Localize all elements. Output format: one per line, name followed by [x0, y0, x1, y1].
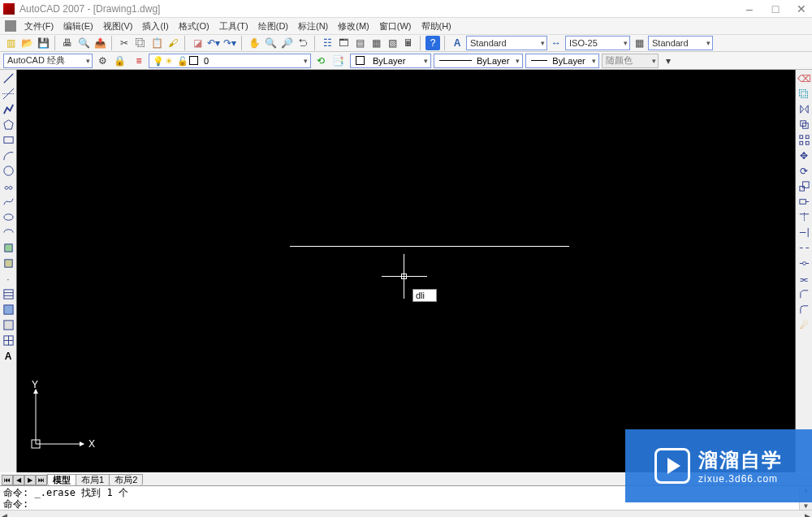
line-icon[interactable] — [2, 71, 15, 85]
scroll-left-icon[interactable]: ◀ — [2, 512, 7, 518]
tab-first-icon[interactable]: ⏮ — [2, 475, 13, 485]
break-icon[interactable] — [797, 241, 811, 255]
menu-dim[interactable]: 标注(N) — [293, 19, 333, 34]
mtext-icon[interactable]: A — [2, 349, 15, 363]
fillet-icon[interactable] — [797, 303, 811, 317]
extend-icon[interactable] — [797, 226, 811, 239]
copy-icon[interactable]: ⿻ — [133, 36, 148, 50]
tool-palette-icon[interactable]: ▤ — [352, 36, 367, 50]
chamfer-icon[interactable] — [797, 287, 811, 301]
polygon-icon[interactable] — [2, 118, 15, 131]
mirror-icon[interactable] — [797, 102, 811, 116]
offset-icon[interactable] — [797, 118, 811, 131]
layer-prev-icon[interactable]: ⟲ — [313, 54, 328, 68]
workspace-lock-icon[interactable]: 🔒 — [112, 54, 127, 68]
redo-icon[interactable]: ↷▾ — [222, 36, 237, 50]
rotate-icon[interactable]: ⟳ — [797, 164, 811, 178]
dim-style-dropdown[interactable]: ISO-25 — [565, 36, 630, 50]
minimize-button[interactable]: – — [742, 2, 757, 15]
arc-icon[interactable] — [2, 149, 15, 162]
plotstyle-arrow-icon[interactable]: ▾ — [661, 54, 676, 68]
dynamic-input[interactable]: dli — [412, 289, 437, 302]
menu-view[interactable]: 视图(V) — [98, 19, 138, 34]
scroll-right-icon[interactable]: ▶ — [805, 512, 810, 518]
make-block-icon[interactable] — [2, 256, 15, 270]
calc-icon[interactable]: 🖩 — [401, 36, 416, 50]
sheetset-icon[interactable]: ▦ — [369, 36, 383, 50]
xline-icon[interactable] — [2, 87, 15, 101]
menu-modify[interactable]: 修改(M) — [333, 19, 374, 34]
tab-layout1[interactable]: 布局1 — [76, 474, 110, 485]
workspace-settings-icon[interactable]: ⚙ — [95, 54, 110, 68]
layer-manager-icon[interactable]: ≡ — [132, 54, 146, 68]
scale-icon[interactable] — [797, 179, 811, 193]
zoom-win-icon[interactable]: 🔎 — [279, 36, 294, 50]
scroll-down-icon[interactable]: ▼ — [804, 502, 808, 510]
point-icon[interactable]: · — [2, 272, 15, 286]
join-icon[interactable]: ⫘ — [797, 272, 811, 286]
menu-draw[interactable]: 绘图(D) — [253, 19, 293, 34]
trim-icon[interactable] — [797, 210, 811, 224]
erase-icon[interactable]: ⌫ — [797, 71, 811, 85]
print-icon[interactable]: 🖶 — [60, 36, 75, 50]
tab-layout2[interactable]: 布局2 — [109, 474, 143, 485]
workspace-dropdown[interactable]: AutoCAD 经典 — [3, 54, 93, 68]
break-at-icon[interactable] — [797, 256, 811, 270]
eraser-icon[interactable]: ◪ — [190, 36, 205, 50]
ellipse-icon[interactable] — [2, 210, 15, 224]
menu-edit[interactable]: 编辑(E) — [58, 19, 98, 34]
hatch-icon[interactable] — [2, 287, 15, 301]
tab-model[interactable]: 模型 — [47, 474, 76, 485]
copy-obj-icon[interactable]: ⿻ — [797, 87, 811, 101]
new-icon[interactable]: ▥ — [3, 36, 18, 50]
linetype-dropdown[interactable]: ByLayer — [434, 54, 523, 68]
spline-icon[interactable] — [2, 195, 15, 209]
zoom-rt-icon[interactable]: 🔍 — [263, 36, 278, 50]
menu-format[interactable]: 格式(O) — [174, 19, 214, 34]
table-icon[interactable] — [2, 334, 15, 347]
h-scrollbar[interactable]: ◀ ▶ — [0, 510, 812, 517]
color-dropdown[interactable]: ByLayer — [350, 54, 431, 68]
close-button[interactable]: ✕ — [794, 2, 809, 15]
tab-last-icon[interactable]: ⏭ — [36, 475, 47, 485]
stretch-icon[interactable] — [797, 195, 811, 209]
menu-help[interactable]: 帮助(H) — [417, 19, 456, 34]
open-icon[interactable]: 📂 — [19, 36, 34, 50]
undo-icon[interactable]: ↶▾ — [206, 36, 221, 50]
markup-icon[interactable]: ▧ — [385, 36, 400, 50]
layer-states-icon[interactable]: 📑 — [330, 54, 345, 68]
menu-window[interactable]: 窗口(W) — [374, 19, 417, 34]
paste-icon[interactable]: 📋 — [149, 36, 164, 50]
save-icon[interactable]: 💾 — [36, 36, 50, 50]
publish-icon[interactable]: 📤 — [93, 36, 107, 50]
menu-insert[interactable]: 插入(I) — [137, 19, 173, 34]
properties-icon[interactable]: ☷ — [320, 36, 335, 50]
preview-icon[interactable]: 🔍 — [76, 36, 91, 50]
pan-icon[interactable]: ✋ — [247, 36, 261, 50]
revcloud-icon[interactable] — [2, 179, 15, 193]
tablestyle-icon[interactable]: ▦ — [632, 36, 646, 50]
menu-file[interactable]: 文件(F) — [19, 19, 58, 34]
menu-tools[interactable]: 工具(T) — [214, 19, 253, 34]
cut-icon[interactable]: ✂ — [117, 36, 132, 50]
lineweight-dropdown[interactable]: ByLayer — [525, 54, 598, 68]
move-icon[interactable]: ✥ — [797, 149, 811, 162]
tab-prev-icon[interactable]: ◀ — [13, 475, 24, 485]
gradient-icon[interactable] — [2, 303, 15, 317]
text-style-dropdown[interactable]: Standard — [466, 36, 547, 50]
region-icon[interactable] — [2, 318, 15, 332]
match-icon[interactable]: 🖌 — [166, 36, 180, 50]
help-icon[interactable]: ? — [425, 36, 440, 50]
insert-block-icon[interactable] — [2, 241, 15, 255]
textstyle-icon[interactable]: A — [450, 36, 464, 50]
ellipse-arc-icon[interactable] — [2, 226, 15, 239]
plotstyle-dropdown[interactable]: 随颜色 — [602, 54, 659, 68]
layer-dropdown[interactable]: 💡 ☀ 🔓 0 — [149, 54, 311, 68]
dimstyle-icon[interactable]: ↔ — [549, 36, 564, 50]
tab-next-icon[interactable]: ▶ — [24, 475, 36, 485]
circle-icon[interactable] — [2, 164, 15, 178]
table-style-dropdown[interactable]: Standard — [648, 36, 713, 50]
dc-icon[interactable]: 🗔 — [336, 36, 351, 50]
drawing-viewport[interactable]: dli X Y — [16, 70, 796, 472]
rectangle-icon[interactable] — [2, 133, 15, 147]
